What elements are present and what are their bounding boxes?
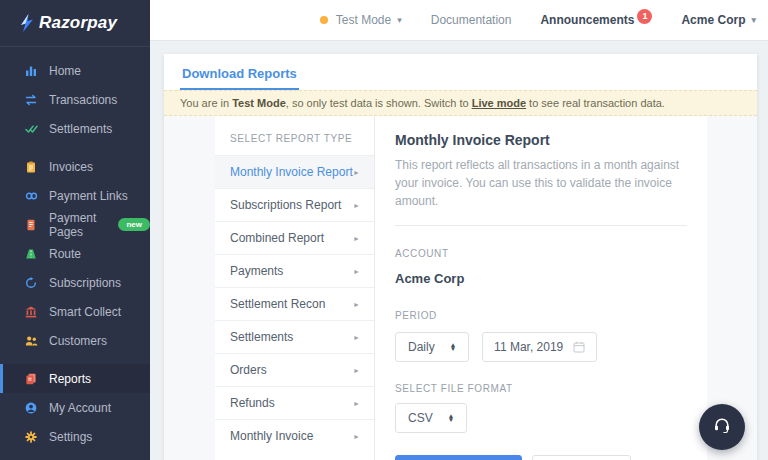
period-value: Daily — [408, 340, 435, 354]
sidebar-item-label: Subscriptions — [49, 276, 121, 290]
report-item-label: Subscriptions Report — [230, 198, 341, 212]
test-mode-label: Test Mode — [336, 13, 391, 27]
announcements-link[interactable]: Announcements 1 — [540, 13, 652, 28]
my-account-icon — [24, 401, 38, 415]
announcements-badge: 1 — [637, 9, 652, 24]
sidebar-item-label: Payment Links — [49, 189, 128, 203]
sidebar-item-label: Settlements — [49, 122, 112, 136]
main-area: Download Reports You are in Test Mode, s… — [150, 41, 768, 460]
sidebar-item-home[interactable]: Home — [0, 56, 150, 85]
invoices-icon — [24, 160, 38, 174]
live-mode-link[interactable]: Live mode — [472, 97, 526, 109]
tab-bar: Download Reports — [164, 54, 757, 90]
email-report-button[interactable]: Email Report — [532, 455, 631, 460]
report-item-payments[interactable]: Payments ► — [215, 254, 374, 287]
reports-card: Download Reports You are in Test Mode, s… — [164, 54, 757, 460]
sidebar-item-label: Invoices — [49, 160, 93, 174]
tab-download-reports[interactable]: Download Reports — [180, 54, 299, 90]
report-item-settlement-recon[interactable]: Settlement Recon ► — [215, 287, 374, 320]
report-item-monthly-invoice[interactable]: Monthly Invoice ► — [215, 419, 374, 452]
sidebar-item-settings[interactable]: Settings — [0, 422, 150, 451]
payment-links-icon — [24, 189, 38, 203]
file-format-value: CSV — [408, 411, 433, 425]
file-format-select[interactable]: CSV ▲▼ — [395, 403, 467, 433]
chevron-right-icon: ► — [353, 301, 360, 308]
sidebar-nav: Home Transactions Settlements Invoices P — [0, 47, 150, 451]
sidebar-item-invoices[interactable]: Invoices — [0, 152, 150, 181]
account-menu[interactable]: Acme Corp ▾ — [681, 13, 756, 27]
chevron-right-icon: ► — [353, 202, 360, 209]
report-type-list: SELECT REPORT TYPE Monthly Invoice Repor… — [215, 116, 375, 460]
sidebar-item-route[interactable]: Route — [0, 239, 150, 268]
date-value: 11 Mar, 2019 — [494, 340, 563, 354]
documentation-label: Documentation — [431, 13, 512, 27]
sidebar-item-my-account[interactable]: My Account — [0, 393, 150, 422]
sidebar-item-label: Customers — [49, 334, 107, 348]
payment-pages-icon — [24, 218, 38, 232]
card-content: SELECT REPORT TYPE Monthly Invoice Repor… — [164, 116, 757, 460]
report-item-label: Settlement Recon — [230, 297, 325, 311]
settlements-icon — [24, 122, 38, 136]
report-item-refunds[interactable]: Refunds ► — [215, 386, 374, 419]
sidebar-item-customers[interactable]: Customers — [0, 326, 150, 355]
sidebar-item-label: Transactions — [49, 93, 117, 107]
announcements-label: Announcements — [540, 13, 634, 27]
banner-text: to see real transaction data. — [526, 97, 665, 109]
sidebar-item-label: Smart Collect — [49, 305, 121, 319]
report-item-settlements[interactable]: Settlements ► — [215, 320, 374, 353]
chevron-right-icon: ► — [353, 334, 360, 341]
route-icon — [24, 247, 38, 261]
support-button[interactable] — [699, 404, 745, 450]
chevron-right-icon: ► — [353, 367, 360, 374]
test-mode-dot-icon — [320, 16, 328, 24]
smart-collect-icon — [24, 305, 38, 319]
sidebar-item-payment-pages[interactable]: Payment Pages new — [0, 210, 150, 239]
account-value: Acme Corp — [395, 271, 687, 286]
razorpay-logo-icon — [20, 14, 34, 32]
sidebar-item-transactions[interactable]: Transactions — [0, 85, 150, 114]
download-report-button[interactable]: Download Report — [395, 455, 522, 460]
report-item-orders[interactable]: Orders ► — [215, 353, 374, 386]
test-mode-toggle[interactable]: Test Mode ▾ — [320, 13, 402, 27]
headset-icon — [712, 415, 732, 439]
sidebar-item-label: Reports — [49, 372, 91, 386]
report-item-monthly-invoice-report[interactable]: Monthly Invoice Report ► — [215, 155, 374, 188]
stepper-icon: ▲▼ — [448, 414, 454, 423]
chevron-right-icon: ► — [353, 268, 360, 275]
report-item-label: Refunds — [230, 396, 275, 410]
format-controls: CSV ▲▼ — [395, 403, 687, 433]
chevron-right-icon: ► — [353, 433, 360, 440]
report-detail: Monthly Invoice Report This report refle… — [375, 116, 707, 460]
report-item-subscriptions-report[interactable]: Subscriptions Report ► — [215, 188, 374, 221]
banner-test-mode: Test Mode — [232, 97, 286, 109]
action-buttons: Download Report Email Report — [395, 455, 687, 460]
date-input[interactable]: 11 Mar, 2019 — [482, 332, 597, 362]
documentation-link[interactable]: Documentation — [431, 13, 512, 27]
sidebar-item-label: My Account — [49, 401, 111, 415]
razorpay-logo[interactable]: Razorpay — [0, 0, 150, 47]
report-description: This report reflects all transactions in… — [395, 156, 687, 210]
period-label: PERIOD — [395, 310, 437, 321]
file-format-label: SELECT FILE FORMAT — [395, 383, 687, 394]
sidebar-item-subscriptions[interactable]: Subscriptions — [0, 268, 150, 297]
report-item-label: Combined Report — [230, 231, 324, 245]
sidebar-item-label: Payment Pages — [49, 211, 108, 239]
sidebar-item-payment-links[interactable]: Payment Links — [0, 181, 150, 210]
chevron-down-icon: ▾ — [751, 15, 756, 25]
settings-icon — [24, 430, 38, 444]
period-select[interactable]: Daily ▲▼ — [395, 332, 469, 362]
report-item-combined-report[interactable]: Combined Report ► — [215, 221, 374, 254]
sidebar-item-settlements[interactable]: Settlements — [0, 114, 150, 143]
report-item-label: Payments — [230, 264, 283, 278]
report-title: Monthly Invoice Report — [395, 132, 687, 148]
chevron-right-icon: ► — [353, 235, 360, 242]
report-item-label: Monthly Invoice — [230, 429, 313, 443]
transactions-icon — [24, 93, 38, 107]
stepper-icon: ▲▼ — [450, 343, 456, 352]
report-item-label: Orders — [230, 363, 267, 377]
account-label: ACCOUNT — [395, 248, 449, 259]
reports-icon — [24, 372, 38, 386]
sidebar-item-smart-collect[interactable]: Smart Collect — [0, 297, 150, 326]
home-icon — [24, 64, 38, 78]
sidebar-item-reports[interactable]: Reports — [0, 364, 150, 393]
